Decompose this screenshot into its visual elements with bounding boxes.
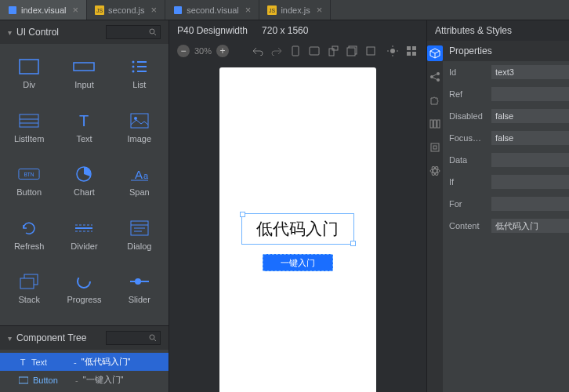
svg-rect-8: [20, 60, 38, 74]
device-dimensions: 720 x 1560: [262, 25, 308, 36]
tab-second-visual[interactable]: second.visual ×: [165, 0, 259, 20]
svg-rect-46: [329, 49, 334, 56]
close-icon[interactable]: ×: [151, 4, 158, 16]
undo-button[interactable]: [251, 44, 265, 58]
control-text[interactable]: TText: [58, 106, 110, 157]
puzzle-icon[interactable]: [427, 93, 443, 108]
properties-section-title: Properties: [443, 41, 569, 61]
attributes-title: Attributes & Styles: [427, 20, 569, 41]
control-input[interactable]: Input: [58, 52, 110, 103]
prop-input-ref[interactable]: [491, 87, 569, 101]
svg-point-6: [150, 29, 154, 34]
chevron-down-icon[interactable]: ▾: [8, 334, 12, 343]
zoom-out-button[interactable]: −: [177, 45, 190, 57]
redo-button[interactable]: [270, 44, 284, 58]
svg-rect-56: [407, 46, 411, 50]
close-icon[interactable]: ×: [245, 4, 252, 16]
tab-label: second.js: [108, 5, 144, 15]
cube-icon[interactable]: [427, 45, 443, 61]
div-icon: [18, 58, 40, 75]
control-list[interactable]: List: [114, 52, 165, 103]
tree-node-text[interactable]: T Text - "低代码入门": [0, 353, 169, 371]
svg-point-37: [78, 275, 90, 288]
device-phone-icon[interactable]: [288, 44, 303, 58]
svg-rect-9: [74, 63, 94, 71]
left-sidebar: ▾UI Control Div Input List ListItem TTex…: [0, 20, 169, 392]
close-icon[interactable]: ×: [317, 4, 323, 16]
divider-icon: [73, 220, 95, 237]
device-preview[interactable]: 低代码入门 一键入门: [219, 67, 376, 392]
zoom-in-button[interactable]: +: [216, 45, 229, 57]
share-icon[interactable]: [427, 69, 443, 85]
device-rotate-icon[interactable]: [326, 44, 340, 58]
control-search-input[interactable]: [106, 25, 161, 39]
ui-control-header: ▾UI Control: [0, 20, 169, 44]
prop-row-disabled: Disabled: [443, 105, 569, 127]
dialog-icon: [129, 220, 150, 237]
svg-rect-45: [310, 47, 319, 55]
svg-rect-59: [412, 52, 416, 56]
box-icon[interactable]: [427, 140, 443, 155]
svg-point-14: [132, 71, 134, 73]
editor-tabs: index.visual × JS second.js × second.vis…: [0, 0, 569, 20]
prop-input-focus[interactable]: [491, 131, 569, 145]
search-icon: [149, 334, 157, 342]
atom-icon[interactable]: [427, 163, 443, 179]
svg-text:A: A: [135, 168, 143, 181]
svg-text:T: T: [79, 113, 89, 129]
prop-row-content: Content: [443, 215, 569, 237]
button-icon: [19, 376, 28, 384]
tree-header: ▾Component Tree: [0, 326, 169, 350]
prop-input-disabled[interactable]: [491, 109, 569, 123]
control-image[interactable]: Image: [114, 106, 165, 157]
zoom-level: 30%: [194, 46, 212, 56]
layers-icon[interactable]: [345, 44, 359, 58]
svg-text:BTN: BTN: [24, 172, 34, 177]
close-icon[interactable]: ×: [72, 4, 78, 16]
prop-input-if[interactable]: [491, 175, 569, 189]
tree-search-input[interactable]: [106, 331, 161, 345]
svg-rect-49: [347, 48, 355, 56]
svg-rect-58: [407, 52, 411, 56]
svg-text:JS: JS: [269, 8, 276, 13]
tab-index-js[interactable]: JS index.js ×: [259, 0, 331, 20]
brightness-icon[interactable]: [386, 44, 400, 58]
svg-rect-44: [292, 46, 299, 56]
slider-icon: [129, 273, 150, 290]
control-div[interactable]: Div: [3, 52, 55, 103]
grid-icon[interactable]: [404, 44, 419, 58]
chevron-down-icon[interactable]: ▾: [8, 28, 12, 37]
control-slider[interactable]: Slider: [114, 267, 165, 318]
svg-line-64: [433, 78, 437, 80]
svg-rect-57: [412, 46, 416, 50]
control-dialog[interactable]: Dialog: [114, 213, 165, 264]
prop-input-for[interactable]: [491, 197, 569, 211]
tab-label: second.visual: [187, 5, 239, 15]
svg-rect-0: [9, 6, 16, 14]
columns-icon[interactable]: [427, 116, 443, 132]
fullscreen-icon[interactable]: [364, 44, 378, 58]
control-button[interactable]: BTNButton: [3, 159, 55, 210]
control-chart[interactable]: Chart: [58, 159, 110, 210]
tree-node-button[interactable]: Button - "一键入门": [0, 371, 169, 389]
canvas-text-element[interactable]: 低代码入门: [241, 213, 354, 245]
prop-input-data[interactable]: [491, 153, 569, 167]
control-progress[interactable]: Progress: [58, 267, 110, 318]
prop-input-content[interactable]: [491, 219, 569, 233]
device-tablet-icon[interactable]: [307, 44, 321, 58]
canvas-button-element[interactable]: 一键入门: [263, 254, 333, 271]
tab-second-js[interactable]: JS second.js ×: [87, 0, 165, 20]
control-span[interactable]: AaSpan: [114, 159, 165, 210]
prop-row-for: For: [443, 193, 569, 215]
span-icon: Aa: [129, 165, 150, 183]
control-refresh[interactable]: Refresh: [3, 213, 55, 264]
tab-index-visual[interactable]: index.visual ×: [0, 0, 87, 20]
control-divider[interactable]: Divider: [58, 213, 110, 264]
prop-input-id[interactable]: [491, 65, 569, 79]
control-listitem[interactable]: ListItem: [3, 106, 55, 157]
text-icon: T: [73, 112, 95, 129]
visual-file-icon: [8, 5, 17, 15]
control-stack[interactable]: Stack: [3, 267, 55, 318]
svg-rect-68: [431, 143, 439, 151]
search-icon: [149, 28, 157, 36]
